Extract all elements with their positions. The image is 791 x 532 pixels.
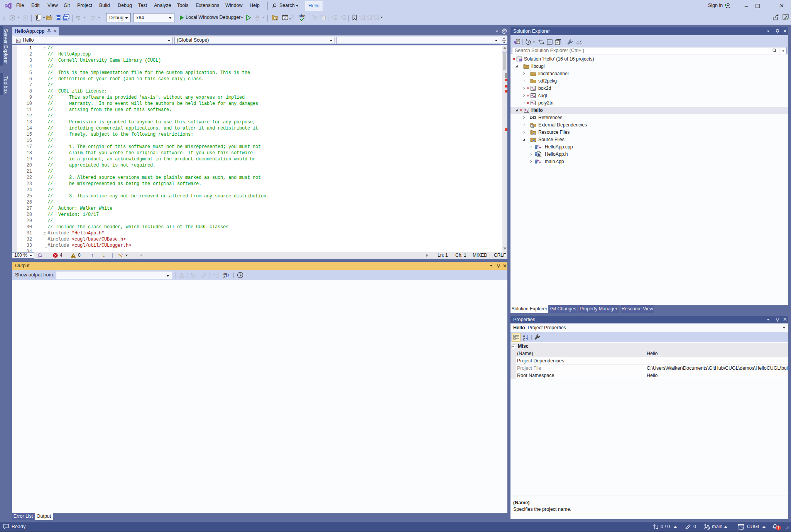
svg-text:c: c bbox=[223, 275, 225, 278]
svg-text:Z: Z bbox=[523, 337, 525, 340]
svg-text:h: h bbox=[538, 153, 540, 157]
